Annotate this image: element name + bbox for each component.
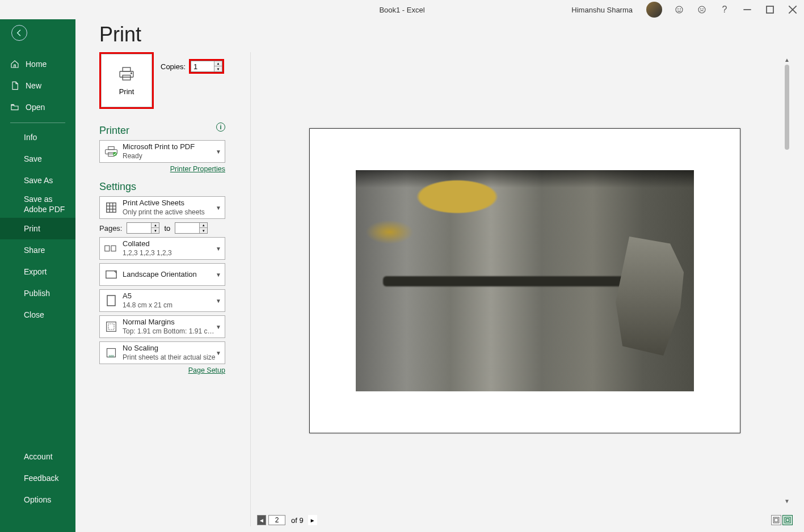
show-margins-button[interactable] bbox=[771, 515, 781, 525]
svg-rect-15 bbox=[108, 147, 114, 150]
paper-size-dropdown[interactable]: A5 14.8 cm x 21 cm ▼ bbox=[99, 289, 225, 312]
printer-name: Microsoft Print to PDF bbox=[123, 142, 216, 152]
svg-rect-11 bbox=[123, 67, 131, 71]
chevron-down-icon: ▼ bbox=[216, 149, 221, 155]
svg-text:100: 100 bbox=[108, 354, 114, 358]
sidebar-item-label: Home bbox=[26, 60, 47, 69]
window-title: Book1 - Excel bbox=[379, 6, 424, 14]
sidebar-item-save-adobe[interactable]: Save as Adobe PDF bbox=[0, 191, 75, 218]
sidebar-item-open[interactable]: Open bbox=[0, 96, 75, 118]
panel-divider bbox=[250, 52, 251, 526]
spin-down[interactable]: ▼ bbox=[151, 228, 159, 233]
chevron-down-icon: ▼ bbox=[216, 246, 221, 252]
user-name[interactable]: Himanshu Sharma bbox=[571, 6, 633, 14]
copies-spin-down[interactable]: ▼ bbox=[214, 66, 222, 71]
sidebar-item-export[interactable]: Export bbox=[0, 261, 75, 282]
svg-point-1 bbox=[678, 9, 679, 9]
margins-icon bbox=[103, 321, 119, 332]
sidebar-item-close[interactable]: Close bbox=[0, 304, 75, 326]
print-options-panel: Print Copies: ▲ ▼ Printer i Microso bbox=[99, 52, 225, 374]
scroll-up-arrow[interactable]: ▲ bbox=[784, 57, 790, 64]
orientation-icon bbox=[103, 269, 119, 280]
svg-rect-27 bbox=[107, 322, 116, 332]
avatar[interactable] bbox=[646, 2, 662, 18]
highlight-print-button: Print bbox=[99, 52, 154, 109]
sidebar-item-save-as[interactable]: Save As bbox=[0, 170, 75, 191]
chevron-down-icon: ▼ bbox=[216, 324, 221, 330]
svg-rect-32 bbox=[774, 518, 778, 522]
back-button[interactable] bbox=[11, 25, 27, 41]
margins-dropdown[interactable]: Normal Margins Top: 1.91 cm Bottom: 1.91… bbox=[99, 315, 225, 338]
collate-icon bbox=[103, 243, 119, 254]
chevron-down-icon: ▼ bbox=[216, 298, 221, 304]
sidebar-item-info[interactable]: Info bbox=[0, 126, 75, 148]
svg-point-4 bbox=[701, 9, 701, 9]
sidebar-item-share[interactable]: Share bbox=[0, 239, 75, 261]
preview-page bbox=[309, 128, 740, 433]
prev-page-button[interactable]: ◄ bbox=[257, 515, 266, 525]
chevron-down-icon: ▼ bbox=[216, 350, 221, 356]
next-page-button[interactable]: ► bbox=[308, 515, 317, 525]
scroll-down-arrow[interactable]: ▼ bbox=[784, 498, 790, 505]
chevron-down-icon: ▼ bbox=[216, 205, 221, 211]
maximize-button[interactable] bbox=[764, 4, 776, 15]
scaling-dropdown[interactable]: 100 No Scaling Print sheets at their act… bbox=[99, 341, 225, 364]
sidebar-item-save[interactable]: Save bbox=[0, 148, 75, 170]
print-preview-area: ▲ ▼ bbox=[257, 52, 793, 509]
print-button[interactable]: Print bbox=[101, 54, 152, 107]
minimize-button[interactable] bbox=[742, 4, 753, 15]
titlebar: Book1 - Excel Himanshu Sharma ? bbox=[0, 0, 804, 19]
spin-up[interactable]: ▲ bbox=[199, 223, 207, 228]
sidebar-item-home[interactable]: Home bbox=[0, 53, 75, 75]
print-what-dropdown[interactable]: Print Active Sheets Only print the activ… bbox=[99, 196, 225, 219]
pages-label: Pages: bbox=[99, 224, 122, 233]
orientation-dropdown[interactable]: Landscape Orientation ▼ bbox=[99, 263, 225, 286]
svg-rect-12 bbox=[123, 75, 131, 80]
spin-up[interactable]: ▲ bbox=[151, 223, 159, 228]
sidebar-item-label: New bbox=[26, 81, 41, 90]
svg-point-5 bbox=[703, 9, 704, 9]
printer-status: Ready bbox=[123, 152, 216, 161]
current-page-input[interactable] bbox=[268, 515, 285, 525]
preview-scrollbar[interactable]: ▲ ▼ bbox=[784, 57, 790, 505]
collate-dropdown[interactable]: Collated 1,2,3 1,2,3 1,2,3 ▼ bbox=[99, 237, 225, 260]
sidebar-item-options[interactable]: Options bbox=[0, 489, 75, 510]
sad-icon[interactable] bbox=[696, 4, 708, 15]
sidebar-item-label: Open bbox=[26, 103, 45, 112]
svg-rect-25 bbox=[106, 271, 116, 278]
printer-dropdown[interactable]: Microsoft Print to PDF Ready ▼ bbox=[99, 140, 225, 163]
smiley-icon[interactable] bbox=[673, 4, 685, 15]
printer-properties-link[interactable]: Printer Properties bbox=[99, 165, 225, 173]
svg-point-2 bbox=[680, 9, 681, 9]
svg-rect-34 bbox=[786, 519, 789, 522]
highlight-copies: ▲ ▼ bbox=[189, 59, 224, 74]
scaling-icon: 100 bbox=[103, 347, 119, 358]
printer-info-icon[interactable]: i bbox=[216, 123, 225, 132]
chevron-down-icon: ▼ bbox=[216, 272, 221, 278]
svg-rect-24 bbox=[111, 246, 116, 251]
sidebar-separator bbox=[10, 123, 65, 123]
svg-point-13 bbox=[131, 73, 132, 74]
pages-to-label: to bbox=[164, 224, 170, 233]
zoom-to-page-button[interactable] bbox=[782, 515, 793, 525]
sidebar-item-print[interactable]: Print bbox=[0, 218, 75, 239]
close-button[interactable] bbox=[787, 4, 798, 15]
sidebar-item-publish[interactable]: Publish bbox=[0, 282, 75, 304]
backstage-sidebar: Home New Open Info Save Save As Save as … bbox=[0, 0, 75, 532]
scroll-thumb[interactable] bbox=[785, 65, 789, 150]
sidebar-item-new[interactable]: New bbox=[0, 75, 75, 96]
copies-label: Copies: bbox=[161, 62, 186, 71]
svg-rect-28 bbox=[108, 324, 114, 330]
sidebar-item-account[interactable]: Account bbox=[0, 446, 75, 467]
svg-rect-33 bbox=[785, 517, 790, 523]
preview-content-image bbox=[356, 170, 694, 391]
help-icon[interactable]: ? bbox=[719, 4, 730, 15]
svg-rect-23 bbox=[105, 246, 110, 251]
copies-spin-up[interactable]: ▲ bbox=[214, 61, 222, 66]
svg-rect-10 bbox=[120, 71, 133, 77]
page-count-label: of 9 bbox=[291, 516, 304, 525]
spin-down[interactable]: ▼ bbox=[199, 228, 207, 233]
printer-heading: Printer bbox=[99, 125, 129, 137]
sidebar-item-feedback[interactable]: Feedback bbox=[0, 467, 75, 489]
page-setup-link[interactable]: Page Setup bbox=[99, 366, 225, 374]
